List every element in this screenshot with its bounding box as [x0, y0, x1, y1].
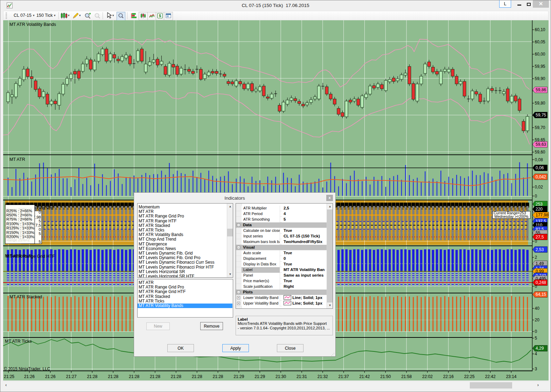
svg-text:22:42: 22:42 [485, 374, 496, 379]
svg-text:0,042: 0,042 [536, 174, 546, 179]
svg-text:21:28: 21:28 [212, 374, 223, 379]
svg-text:59,80: 59,80 [535, 101, 545, 106]
svg-text:60,05: 60,05 [535, 40, 545, 44]
svg-text:22:25: 22:25 [464, 374, 475, 379]
svg-text:21:50: 21:50 [380, 374, 391, 379]
svg-text:22:16: 22:16 [443, 374, 454, 379]
svg-text:R100% : 1=33%: R100% : 1=33% [6, 222, 34, 226]
svg-text:0,248: 0,248 [536, 280, 546, 285]
svg-text:21:37: 21:37 [339, 374, 349, 379]
svg-text:0: 0 [535, 284, 537, 289]
svg-text:21:27: 21:27 [66, 374, 77, 379]
svg-text:Wednesday >=200%: Wednesday >=200% [494, 214, 528, 219]
svg-text:220: 220 [536, 207, 543, 212]
svg-text:MT ATR Range Grid HTF: MT ATR Range Grid HTF [6, 254, 55, 259]
svg-text:23:14: 23:14 [506, 374, 516, 379]
svg-text:0,08: 0,08 [535, 157, 543, 162]
svg-text:2: 2 [535, 255, 537, 260]
svg-text:0,02: 0,02 [535, 185, 543, 190]
svg-text:21:28: 21:28 [150, 374, 160, 379]
svg-text:60,10: 60,10 [535, 27, 545, 32]
svg-text:64,15: 64,15 [536, 292, 546, 297]
svg-text:R200% : 1=33%: R200% : 1=33% [6, 235, 34, 239]
svg-text:59,90: 59,90 [535, 76, 545, 81]
svg-text:21:58: 21:58 [401, 374, 412, 379]
svg-text:21:32: 21:32 [318, 374, 328, 379]
svg-text:21:29: 21:29 [254, 374, 265, 379]
svg-text:21:31: 21:31 [297, 374, 307, 379]
svg-text:21:26: 21:26 [24, 374, 35, 379]
svg-text:21:29: 21:29 [233, 374, 244, 379]
svg-text:MT ATR Volatility Bands: MT ATR Volatility Bands [9, 22, 56, 27]
svg-text:60,00: 60,00 [535, 52, 545, 57]
svg-text:20: 20 [535, 318, 540, 322]
svg-text:4,29: 4,29 [536, 346, 544, 351]
svg-text:21:28: 21:28 [192, 374, 202, 379]
svg-text:21:28: 21:28 [108, 374, 118, 379]
svg-text:R125% : 1=33%: R125% : 1=33% [6, 226, 34, 230]
svg-text:253: 253 [536, 202, 543, 207]
svg-text:59,63: 59,63 [536, 142, 546, 147]
svg-text:5: 5 [39, 240, 41, 244]
svg-text:MT ATR Ticks: MT ATR Ticks [5, 339, 32, 344]
svg-text:0: 0 [535, 329, 537, 334]
svg-text:R50% : 2=66%: R50% : 2=66% [6, 213, 32, 217]
svg-text:4: 4 [535, 351, 537, 356]
svg-text:21:28: 21:28 [171, 374, 181, 379]
svg-text:59,86: 59,86 [536, 87, 546, 92]
svg-text:59,75: 59,75 [536, 113, 546, 117]
svg-text:0,06: 0,06 [536, 165, 544, 170]
svg-text:3: 3 [535, 366, 537, 371]
svg-text:59,70: 59,70 [535, 125, 545, 130]
svg-text:59,60: 59,60 [535, 150, 545, 155]
svg-text:21:26: 21:26 [45, 374, 56, 379]
svg-text:40: 40 [535, 306, 540, 311]
svg-text:0: 0 [535, 239, 537, 244]
svg-text:21:25: 21:25 [4, 374, 14, 379]
svg-text:59,95: 59,95 [535, 64, 545, 69]
svg-text:21:42: 21:42 [359, 374, 370, 379]
svg-text:21:28: 21:28 [129, 374, 139, 379]
svg-text:177,98: 177,98 [536, 213, 549, 218]
svg-text:5: 5 [535, 336, 537, 341]
svg-text:22:02: 22:02 [422, 374, 433, 379]
svg-text:R75% : 2=66%: R75% : 2=66% [6, 217, 32, 221]
svg-text:MT ATR: MT ATR [9, 157, 25, 162]
svg-text:R25% : 2=66%: R25% : 2=66% [6, 209, 32, 213]
svg-text:5: 5 [39, 219, 41, 223]
svg-text:R150% : 1=33%: R150% : 1=33% [6, 230, 34, 235]
svg-text:2,53: 2,53 [536, 247, 544, 252]
svg-text:21:28: 21:28 [87, 374, 97, 379]
svg-text:7,5: 7,5 [35, 223, 41, 227]
svg-text:0: 0 [535, 194, 537, 199]
svg-text:MT ATR Stacked: MT ATR Stacked [9, 294, 42, 299]
svg-text:21:30: 21:30 [276, 374, 286, 379]
svg-text:0: 0 [39, 227, 41, 231]
svg-text:5: 5 [39, 231, 41, 236]
svg-text:1,49: 1,49 [536, 261, 544, 266]
svg-text:0: 0 [39, 210, 41, 214]
